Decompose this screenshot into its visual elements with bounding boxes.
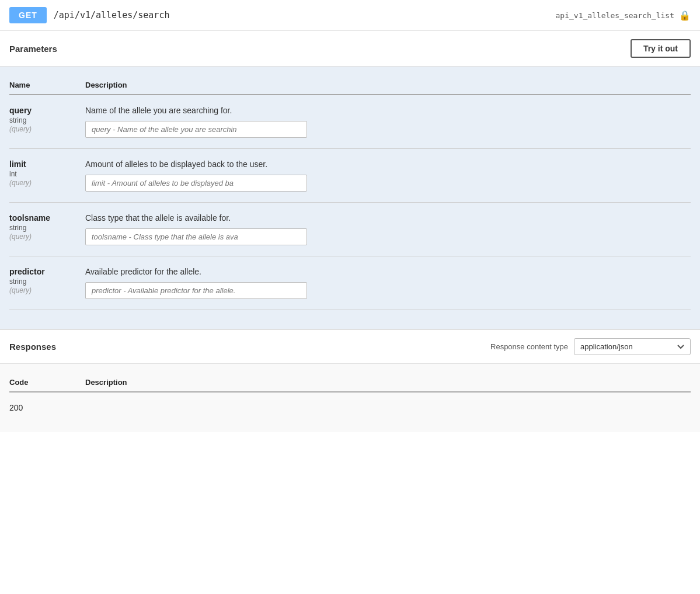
param-name: predictor — [9, 267, 78, 276]
param-input[interactable] — [85, 282, 307, 299]
param-description: Name of the allele you are searching for… — [85, 106, 684, 115]
param-location: (query) — [9, 232, 78, 241]
col-header-name: Name — [9, 76, 85, 95]
try-it-out-button[interactable]: Try it out — [631, 39, 691, 58]
param-input[interactable] — [85, 175, 307, 192]
param-input[interactable] — [85, 121, 307, 138]
col-header-description: Description — [85, 76, 691, 95]
responses-area: Code Description 200 — [0, 364, 700, 432]
param-input[interactable] — [85, 228, 307, 245]
parameters-title: Parameters — [9, 44, 57, 54]
parameters-header: Parameters Try it out — [0, 31, 700, 67]
responses-header: Responses Response content type applicat… — [0, 329, 700, 364]
table-row: toolsname string (query) Class type that… — [9, 203, 691, 256]
param-location: (query) — [9, 179, 78, 187]
param-name: limit — [9, 159, 78, 169]
table-row: query string (query) Name of the allele … — [9, 95, 691, 149]
col-header-code: Code — [9, 373, 85, 392]
param-type: string — [9, 224, 78, 232]
content-type-container: Response content type application/json — [490, 338, 691, 355]
method-badge: GET — [9, 7, 47, 23]
param-description: Available predictor for the allele. — [85, 267, 684, 276]
top-bar: GET /api/v1/alleles/search api_v1_allele… — [0, 0, 700, 31]
content-type-label: Response content type — [490, 342, 568, 351]
table-row: predictor string (query) Available predi… — [9, 256, 691, 310]
responses-title: Responses — [9, 342, 56, 352]
api-name-label: api_v1_alleles_search_list — [556, 11, 675, 20]
parameters-table: Name Description query string (query) Na… — [9, 76, 691, 310]
response-description — [85, 392, 691, 423]
param-location: (query) — [9, 125, 78, 133]
param-type: string — [9, 277, 78, 286]
table-row: limit int (query) Amount of alleles to b… — [9, 149, 691, 203]
col-header-resp-description: Description — [85, 373, 691, 392]
parameters-area: Name Description query string (query) Na… — [0, 67, 700, 329]
param-name: query — [9, 106, 78, 115]
content-type-select[interactable]: application/json — [574, 338, 691, 355]
table-row: 200 — [9, 392, 691, 423]
lock-icon: 🔒 — [679, 10, 691, 21]
response-code: 200 — [9, 403, 23, 412]
api-name-container: api_v1_alleles_search_list 🔒 — [556, 10, 691, 21]
param-name: toolsname — [9, 213, 78, 223]
responses-table: Code Description 200 — [9, 373, 691, 423]
param-location: (query) — [9, 286, 78, 294]
param-type: int — [9, 170, 78, 178]
param-type: string — [9, 116, 78, 124]
param-description: Class type that the allele is available … — [85, 213, 684, 223]
param-description: Amount of alleles to be displayed back t… — [85, 159, 684, 169]
endpoint-path: /api/v1/alleles/search — [54, 10, 549, 20]
